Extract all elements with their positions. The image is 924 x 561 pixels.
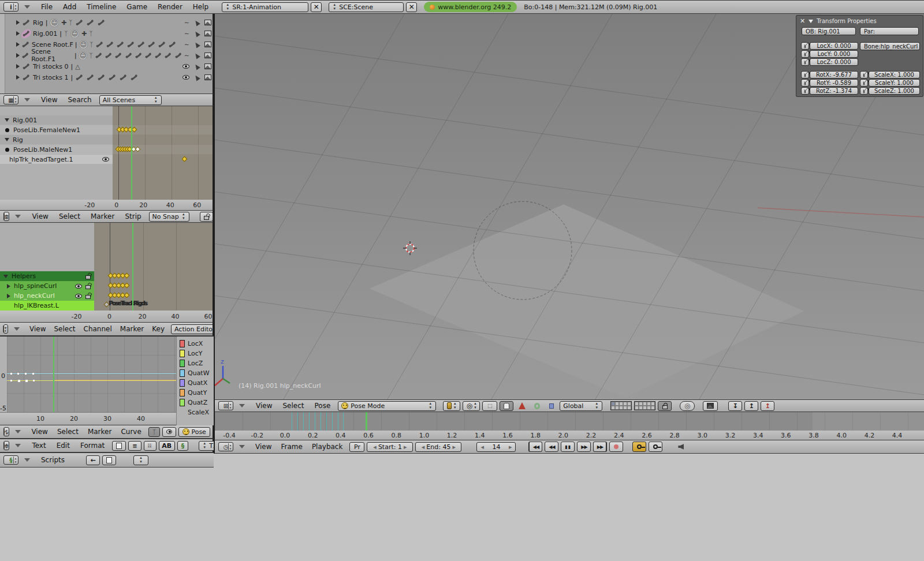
lock-locz-button[interactable] [801,58,809,66]
record-button[interactable] [609,442,623,452]
window-type-text-icon[interactable]: ≡▴▾ [3,441,9,450]
keying-set-button[interactable] [649,442,662,452]
outliner-row[interactable]: Rig | ☺ ✚ ᛉ ∼ [16,17,214,28]
object-data-icon[interactable]: ☺ [79,40,88,49]
lock-roty-button[interactable] [801,79,809,87]
nla-track-row[interactable]: Rig.001 [0,115,113,125]
bone-icon[interactable] [132,75,137,80]
outliner-row[interactable]: Scene Root.F1 | ☺ ᛉ ∼ [16,50,214,61]
nla-track-row[interactable]: Rig [0,135,113,144]
plugin-button[interactable]: § [177,441,189,451]
channel-name[interactable]: QuatZ [188,399,207,406]
bone-icon[interactable] [110,75,115,80]
visibility-eye-icon[interactable] [75,284,82,289]
ipo-channel[interactable]: ScaleX [180,407,214,417]
nla-track-label[interactable]: PoseLib.MaleNew1 [13,146,72,154]
lamp-icon[interactable]: △ [75,63,80,70]
menu-item[interactable]: Playback [307,443,348,451]
armature-person-icon[interactable]: ᛉ [89,30,93,38]
bone-icon[interactable] [166,53,170,57]
expand-arrow-icon[interactable] [5,138,9,141]
visibility-eye-icon[interactable] [182,75,189,80]
line-numbers-button[interactable]: ≡ [128,441,141,451]
bone-icon[interactable] [77,75,82,80]
bone-icon[interactable] [146,53,151,57]
lock-icon[interactable] [85,285,91,289]
window-type-info-icon[interactable]: i▴▾ [3,2,18,12]
pivot-dropdown[interactable]: ◎▴▾ [463,401,480,411]
menu-item[interactable]: Curve [116,428,146,436]
current-frame-line[interactable] [53,336,54,413]
menu-item[interactable]: View [27,428,52,436]
script-menu-dropdown[interactable]: ▴▾ [133,455,148,465]
menu-item[interactable]: Strip [120,212,146,220]
menu-item[interactable]: View [25,325,50,333]
curve-locy[interactable] [7,380,176,381]
copy-pose-button[interactable]: ↧ [728,401,742,411]
nla-ruler[interactable]: -200204060 [0,200,214,210]
lock-icon[interactable] [85,295,91,299]
prev-keyframe-button[interactable]: ◀◀ [545,442,558,452]
header-collapse-icon[interactable] [239,445,245,448]
menu-item[interactable]: Pose [310,402,336,410]
scripts-label[interactable]: Scripts [36,456,70,464]
graph-grid[interactable] [7,336,176,413]
restrict-view-icon[interactable]: ∼ [184,19,189,27]
channel-label[interactable]: hlp_spineCurl [14,282,57,290]
keyframe-diamond[interactable] [124,283,130,289]
expand-arrow-icon[interactable] [16,31,20,36]
window-type-ipo-icon[interactable]: ∿▴▾ [3,427,9,436]
bone-icon[interactable] [170,42,175,47]
action-channel-row[interactable]: hlp_spineCurl [0,281,94,291]
expand-arrow-icon[interactable] [5,118,9,122]
nla-track-label[interactable]: hlpTrk_headTarget.1 [9,156,73,163]
key-point[interactable] [32,373,34,375]
window-type-3dview-icon[interactable]: ⊞▴▾ [218,401,233,410]
lock-button[interactable] [200,212,213,222]
bone-icon[interactable] [99,75,104,80]
bone-icon[interactable] [176,53,181,57]
header-collapse-icon[interactable] [24,458,30,462]
screen-button[interactable] [102,455,116,465]
scene-filter-dropdown[interactable]: All Scenes ▴▾ [99,95,162,105]
draw-type-dropdown[interactable]: ▴▾ [443,401,460,411]
restrict-view-icon[interactable]: ∼ [184,30,189,38]
bone-icon[interactable] [99,20,104,25]
timeline-band[interactable] [214,412,924,431]
restrict-select-icon[interactable] [193,30,200,37]
ipo-channel[interactable]: LocX [180,339,214,349]
scalez-field[interactable]: ScaleZ: 1.000 [869,87,920,95]
pose-datablock-button[interactable]: Pose [178,427,210,437]
ipo-channel[interactable]: QuatY [180,388,214,398]
locx-field[interactable]: LocX: 0.000 [810,42,858,50]
key-point[interactable] [25,380,28,382]
bone-icon[interactable] [128,42,133,47]
menu-item[interactable]: Format [75,442,110,450]
bone-icon[interactable] [116,53,121,57]
expand-arrow-icon[interactable] [16,42,20,47]
restrict-render-icon[interactable] [204,31,211,36]
bone-icon[interactable] [88,75,93,80]
channel-name[interactable]: LocX [188,340,203,347]
channel-label[interactable]: hlp_neckCurl [14,292,55,300]
expand-arrow-icon[interactable] [16,75,20,80]
translate-manipulator-button[interactable] [516,401,528,411]
back-button[interactable]: ← [86,455,100,465]
bone-icon[interactable] [136,53,141,57]
stepper-icon[interactable]: ▴▾ [332,3,337,11]
menu-item[interactable]: Game [121,3,152,11]
restrict-render-icon[interactable] [204,74,211,80]
menu-item[interactable]: Add [58,3,81,11]
outliner-row[interactable]: Rig.001 | ᛉ ☺ ✚ ᛉ ∼ [16,28,214,39]
menu-item[interactable]: File [36,3,58,11]
lock-layers-button[interactable] [658,401,672,411]
bone-icon[interactable] [121,75,126,80]
restrict-select-icon[interactable] [193,74,200,81]
bone-name-field[interactable]: Bone:hlp_neckCurl [860,42,920,50]
bone-icon[interactable] [77,20,82,25]
menu-item[interactable]: Search [62,96,96,104]
ipo-channel[interactable]: LocY [180,349,214,358]
keyframe-diamond[interactable] [182,156,188,162]
object-data-icon[interactable]: ☺ [70,29,79,38]
bone-icon[interactable] [97,42,102,47]
